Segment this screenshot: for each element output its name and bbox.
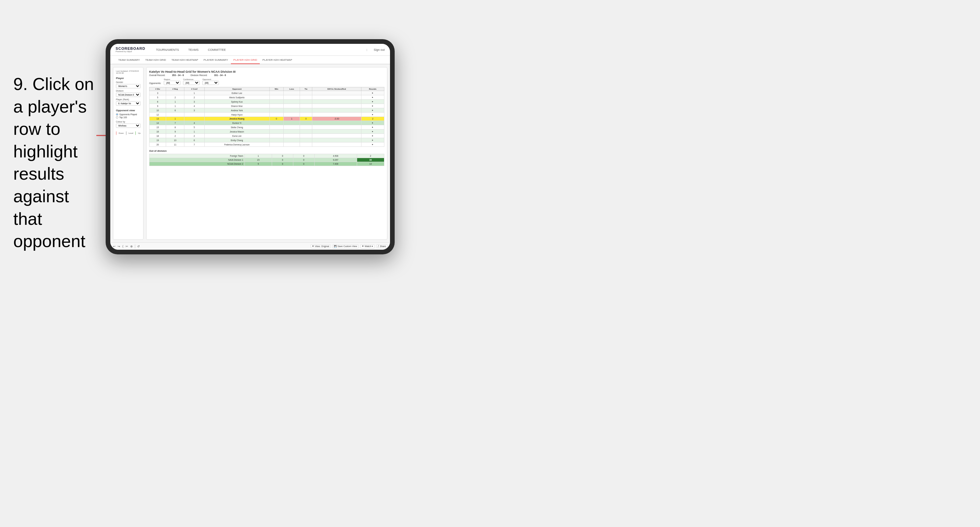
col-div: # Div xyxy=(150,87,166,91)
conference-label: Conference xyxy=(183,78,200,80)
gender-select[interactable]: Women's xyxy=(116,84,140,88)
grid-title: Katelyn Vo Head-to-Head Grid for Women's… xyxy=(149,70,384,73)
nav-teams[interactable]: TEAMS xyxy=(187,48,200,52)
radio-opponents-played[interactable]: Opponents Played xyxy=(116,113,140,116)
cell-tie: 0 xyxy=(300,117,312,121)
table-row-highlighted[interactable]: 13 1 Jessica Huang 0 1 0 -3.00 2 xyxy=(150,117,384,121)
paste-button[interactable]: ⊕ xyxy=(130,245,133,248)
grid-table: # Div # Reg # Conf Opponent Win Loss Tie… xyxy=(149,87,384,147)
radio-dot-2 xyxy=(116,116,118,119)
nav-committee[interactable]: COMMITTEE xyxy=(207,48,227,52)
eye-icon: 👁 xyxy=(312,245,314,248)
subnav-team-h2h-heatmap[interactable]: TEAM H2H HEATMAP xyxy=(169,56,201,64)
player-rank-select[interactable]: 8. Katelyn Vo xyxy=(116,101,140,106)
player-section-title: Player xyxy=(116,77,140,80)
save-custom-button[interactable]: 💾 Save Custom View xyxy=(332,244,358,248)
table-row[interactable]: 5 2 2 Alexis Sudijanto ▸ xyxy=(150,95,384,100)
cell-tie xyxy=(300,121,312,125)
table-row[interactable]: 18 2 2 Euna Lee ▸ xyxy=(150,134,384,138)
conference-select[interactable]: (All) xyxy=(183,81,200,85)
radio-label-1: Opponents Played xyxy=(119,113,137,116)
undo-button[interactable]: ↩ xyxy=(113,245,116,248)
cell-loss xyxy=(283,134,300,138)
cell-win xyxy=(269,91,283,95)
cell-reg: 7 xyxy=(166,121,185,125)
cell-loss xyxy=(283,108,300,113)
cell-loss xyxy=(283,125,300,130)
sign-out-button[interactable]: Sign out xyxy=(374,48,385,51)
redo-button[interactable]: ↪ xyxy=(118,245,120,248)
colour-by-select[interactable]: Win/loss xyxy=(116,124,140,128)
table-row[interactable]: 6 1 3 Sydney Kuo ▸ xyxy=(150,100,384,104)
cell-reg xyxy=(166,113,185,117)
colour-up-label: Up xyxy=(138,132,140,134)
out-cell-name: Foreign Team xyxy=(150,154,245,158)
table-row[interactable]: 10 6 3 Andrea York ▸ xyxy=(150,108,384,113)
out-of-division-table: Foreign Team 1 0 0 4.500 2 NAIA Division… xyxy=(149,154,384,166)
out-cell-rounds: 30 xyxy=(357,158,384,162)
table-row[interactable]: 3 1 Esther Lee ▸ xyxy=(150,91,384,95)
cell-reg: 2 xyxy=(166,95,185,100)
cell-win xyxy=(269,95,283,100)
table-row[interactable]: 20 11 7 Federica Domecq Lacroze ▸ xyxy=(150,143,384,147)
cell-loss: 1 xyxy=(283,117,300,121)
cut-button[interactable]: ✂ xyxy=(126,245,128,248)
cell-div: 12 xyxy=(150,113,166,117)
subnav-player-h2h-grid[interactable]: PLAYER H2H GRID xyxy=(231,56,260,64)
out-cell-name: NCAA Division 2 xyxy=(150,162,245,166)
watch-button[interactable]: 👁 Watch ▾ xyxy=(360,244,375,248)
cell-opponent: Jessica Huang xyxy=(204,117,269,121)
out-row[interactable]: Foreign Team 1 0 0 4.500 2 xyxy=(150,154,384,158)
cell-win xyxy=(269,138,283,143)
cell-div: 18 xyxy=(150,134,166,138)
nav-tournaments[interactable]: TOURNAMENTS xyxy=(154,48,180,52)
division-select[interactable]: NCAA Division III xyxy=(116,93,140,97)
col-rounds: Rounds xyxy=(361,87,384,91)
table-row[interactable]: 19 10 6 Emily Chang ▸ xyxy=(150,138,384,143)
out-row[interactable]: NAIA Division 1 15 0 0 9.267 30 xyxy=(150,158,384,162)
overall-record-label: Overall Record: xyxy=(149,74,165,76)
col-diff: Diff Av Strokes/Rnd xyxy=(312,87,361,91)
region-select[interactable]: (All) xyxy=(164,81,180,85)
cell-loss xyxy=(283,95,300,100)
share-button[interactable]: ⤴ Share xyxy=(376,244,387,248)
cell-win xyxy=(269,100,283,104)
out-row[interactable]: NCAA Division 2 5 0 0 7.400 10 xyxy=(150,162,384,166)
table-row[interactable]: 15 8 5 Stella Cheng ▸ xyxy=(150,125,384,130)
cell-tie xyxy=(300,143,312,147)
cell-opponent: Euna Lee xyxy=(204,134,269,138)
col-tie: Tie xyxy=(300,87,312,91)
cell-reg: 1 xyxy=(166,100,185,104)
view-original-button[interactable]: 👁 View: Original xyxy=(310,244,331,248)
opponent-filter: Opponent (All) xyxy=(202,78,219,85)
table-row[interactable]: 9 1 4 Sharon Mun ▸ xyxy=(150,104,384,108)
colour-level xyxy=(126,131,127,135)
cell-diff xyxy=(312,138,361,143)
subnav-player-summary[interactable]: PLAYER SUMMARY xyxy=(201,56,231,64)
cell-tie xyxy=(300,134,312,138)
subnav-player-h2h-heatmap[interactable]: PLAYER H2H HEATMAP xyxy=(260,56,295,64)
device-screen: SCOREBOARD Powered by clippd TOURNAMENTS… xyxy=(110,44,390,250)
subnav-team-h2h-grid[interactable]: TEAM H2H GRID xyxy=(143,56,169,64)
cell-diff xyxy=(312,125,361,130)
division-label: Division xyxy=(116,90,140,92)
table-row[interactable]: 12 Haejo Hyun ▸ xyxy=(150,113,384,117)
refresh-button[interactable]: ↺ xyxy=(137,245,140,248)
opponent-select[interactable]: (All) xyxy=(202,81,219,85)
cell-win xyxy=(269,134,283,138)
cell-div: 6 xyxy=(150,100,166,104)
colour-up xyxy=(135,131,136,135)
cell-loss xyxy=(283,138,300,143)
cell-conf: 6 xyxy=(185,138,204,143)
subnav-team-summary[interactable]: TEAM SUMMARY xyxy=(116,56,143,64)
cell-reg: 10 xyxy=(166,138,185,143)
out-cell-tie: 0 xyxy=(293,154,314,158)
col-loss: Loss xyxy=(283,87,300,91)
nav-pipe: | xyxy=(366,49,367,51)
table-row[interactable]: 14 7 4 Eunice Yi ▸ xyxy=(150,121,384,125)
opponent-view-title: Opponent view xyxy=(116,109,140,112)
table-row[interactable]: 16 9 1 Jessica Mason ▸ xyxy=(150,130,384,134)
step-back-button[interactable]: ⟨ xyxy=(122,245,124,248)
radio-top-100[interactable]: Top 100 xyxy=(116,116,140,119)
cell-reg: 9 xyxy=(166,130,185,134)
